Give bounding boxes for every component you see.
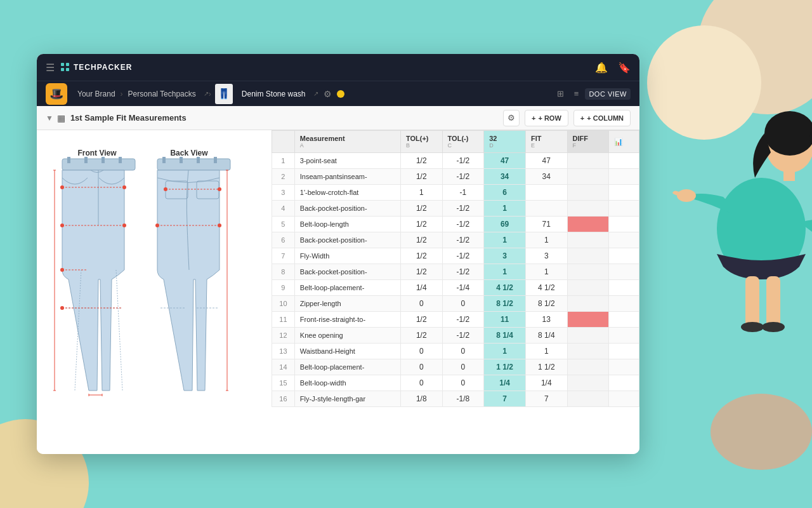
cell-chart xyxy=(609,296,639,312)
svg-rect-37 xyxy=(214,157,217,163)
cell-fit: 34 xyxy=(525,169,567,185)
table-row[interactable]: 2Inseam-pantsinseam-1/2-1/23434 xyxy=(272,169,639,185)
th-chart: 📊 xyxy=(609,131,639,153)
cell-measurement: Zipper-length xyxy=(294,296,400,312)
cell-tol-minus: -1 xyxy=(442,185,484,201)
cell-fit xyxy=(525,185,567,201)
external-link-icon-2: ↗ xyxy=(313,90,318,97)
logo-area: TECHPACKER xyxy=(61,63,132,72)
cell-num: 2 xyxy=(272,169,295,185)
cell-tol-plus: 0 xyxy=(400,296,442,312)
table-icon: ▦ xyxy=(57,113,65,123)
cell-chart xyxy=(609,328,639,344)
cell-fit: 8 1/4 xyxy=(525,328,567,344)
garment-thumbnail[interactable]: 👖 xyxy=(215,84,233,104)
cell-num: 3 xyxy=(272,185,295,201)
breadcrumb-section[interactable]: Personal Techpacks xyxy=(123,90,201,98)
logo-dot-4 xyxy=(66,68,69,71)
table-row[interactable]: 4Back-pocket-position-1/2-1/21 xyxy=(272,201,639,217)
table-row[interactable]: 16Fly-J-style-length-gar1/8-1/877 xyxy=(272,391,639,407)
cell-num: 9 xyxy=(272,280,295,296)
svg-rect-13 xyxy=(119,157,122,163)
th-measurement: Measurement A xyxy=(294,131,400,153)
cell-diff xyxy=(567,391,609,407)
table-row[interactable]: 5Belt-loop-length1/2-1/26971 xyxy=(272,217,639,232)
cell-tol-minus: -1/2 xyxy=(442,264,484,280)
settings-icon[interactable]: ⚙ xyxy=(324,89,332,99)
cell-measurement: Back-pocket-position- xyxy=(294,201,400,217)
cell-chart xyxy=(609,217,639,232)
view-toggle: ⊞ ≡ DOC VIEW xyxy=(553,87,631,100)
add-row-label: + ROW xyxy=(538,114,561,122)
svg-point-7 xyxy=(741,322,764,332)
cell-measurement: Back-pocket-position- xyxy=(294,232,400,248)
cell-measurement: Belt-loop-placement- xyxy=(294,280,400,296)
app-window: ☰ TECHPACKER 🔔 🔖 🎩 Your Brand › Personal… xyxy=(37,54,639,454)
table-row[interactable]: 15Belt-loop-width001/41/4 xyxy=(272,375,639,391)
cell-tol-minus: -1/8 xyxy=(442,391,484,407)
bell-icon[interactable]: 🔔 xyxy=(595,62,608,74)
table-row[interactable]: 14Belt-loop-placement-001 1/21 1/2 xyxy=(272,359,639,375)
cell-tol-plus: 1/2 xyxy=(400,153,442,169)
cell-tol-plus: 1/2 xyxy=(400,232,442,248)
table-row[interactable]: 7Fly-Width1/2-1/233 xyxy=(272,248,639,264)
table-row[interactable]: 31'-below-crotch-flat1-16 xyxy=(272,185,639,201)
add-column-button[interactable]: + + COLUMN xyxy=(573,110,631,126)
cell-tol-minus: -1/2 xyxy=(442,217,484,232)
table-row[interactable]: 13Waistband-Height0011 xyxy=(272,344,639,359)
table-row[interactable]: 8Back-pocket-position-1/2-1/211 xyxy=(272,264,639,280)
settings-button[interactable]: ⚙ xyxy=(503,110,520,126)
svg-point-2 xyxy=(764,111,812,156)
table-row[interactable]: 13-point-seat1/2-1/24747 xyxy=(272,153,639,169)
cell-num: 4 xyxy=(272,201,295,217)
chevron-down-icon[interactable]: ▼ xyxy=(46,114,53,123)
brand-logo[interactable]: 🎩 xyxy=(46,83,67,105)
cell-tol-plus: 1/8 xyxy=(400,391,442,407)
cell-fit: 3 xyxy=(525,248,567,264)
doc-view-btn[interactable]: DOC VIEW xyxy=(585,88,631,100)
cell-tol-minus: 0 xyxy=(442,375,484,391)
logo-dots xyxy=(61,63,70,72)
cell-measurement: Belt-loop-width xyxy=(294,375,400,391)
cell-diff xyxy=(567,359,609,375)
svg-point-1 xyxy=(766,119,812,173)
cell-fit: 1 xyxy=(525,232,567,248)
table-row[interactable]: 11Front-rise-straight-to-1/2-1/21113 xyxy=(272,312,639,328)
cell-fit: 1 xyxy=(525,344,567,359)
cell-measurement: Waistband-Height xyxy=(294,344,400,359)
cell-size32: 69 xyxy=(484,217,526,232)
th-tol-minus: TOL(-) C xyxy=(442,131,484,153)
add-row-button[interactable]: + + ROW xyxy=(525,110,568,126)
top-bar: ☰ TECHPACKER 🔔 🔖 xyxy=(37,54,639,81)
grid-view-btn[interactable]: ⊞ xyxy=(553,87,568,100)
cell-tol-plus: 1/2 xyxy=(400,264,442,280)
cell-diff xyxy=(567,264,609,280)
breadcrumb-brand[interactable]: Your Brand xyxy=(72,90,121,98)
cell-diff xyxy=(567,344,609,359)
svg-rect-11 xyxy=(84,157,88,163)
cell-size32: 3 xyxy=(484,248,526,264)
right-panel[interactable]: Measurement A TOL(+) B TOL(-) C 32 xyxy=(272,130,639,454)
cell-tol-minus: -1/2 xyxy=(442,153,484,169)
cell-measurement: Front-rise-straight-to- xyxy=(294,312,400,328)
table-row[interactable]: 10Zipper-length008 1/28 1/2 xyxy=(272,296,639,312)
cell-diff xyxy=(567,296,609,312)
cell-diff xyxy=(567,280,609,296)
table-row[interactable]: 9Belt-loop-placement-1/4-1/44 1/24 1/2 xyxy=(272,280,639,296)
bookmark-icon[interactable]: 🔖 xyxy=(618,62,631,74)
list-view-btn[interactable]: ≡ xyxy=(570,87,583,100)
cell-num: 11 xyxy=(272,312,295,328)
table-row[interactable]: 12Knee opening1/2-1/28 1/48 1/4 xyxy=(272,328,639,344)
svg-point-4 xyxy=(677,189,696,202)
front-view-label: Front View xyxy=(77,149,117,157)
cell-chart xyxy=(609,264,639,280)
cell-size32: 7 xyxy=(484,391,526,407)
cell-diff xyxy=(567,312,609,328)
svg-rect-36 xyxy=(197,157,200,163)
breadcrumb-product[interactable]: Denim Stone wash xyxy=(237,90,311,98)
cell-tol-plus: 1/4 xyxy=(400,280,442,296)
cell-size32: 1 xyxy=(484,344,526,359)
section-title: 1st Sample Fit Measurements xyxy=(70,113,187,123)
table-row[interactable]: 6Back-pocket-position-1/2-1/211 xyxy=(272,232,639,248)
hamburger-icon[interactable]: ☰ xyxy=(46,62,55,74)
